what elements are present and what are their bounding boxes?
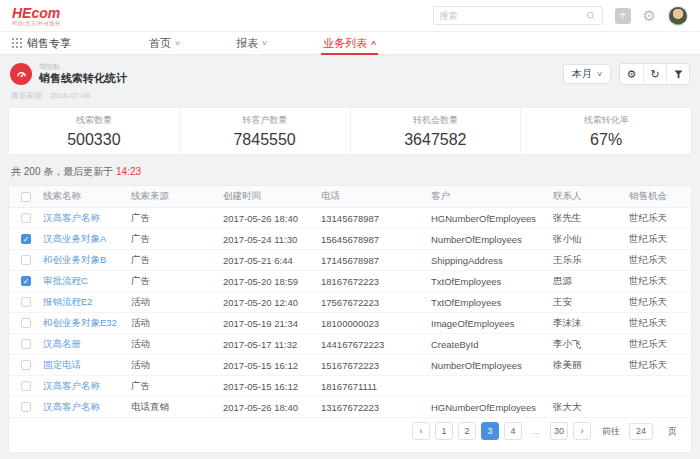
- page-button-1[interactable]: 1: [435, 422, 453, 440]
- lead-name-link[interactable]: 和创业务对象B: [43, 254, 131, 267]
- table-row[interactable]: 和创业务对象B广告2017-05-21 6:4417145678987Shipp…: [9, 250, 691, 271]
- kpi-value: 7845550: [233, 131, 295, 149]
- row-checkbox-cell: [9, 255, 43, 265]
- select-all-checkbox[interactable]: [21, 192, 31, 202]
- col-header-7: 销售机会: [629, 190, 691, 203]
- lead-name-link[interactable]: 审批流程C: [43, 275, 131, 288]
- search-icon: [586, 11, 596, 21]
- last-refresh-date: 2016-07-06: [50, 91, 91, 100]
- col-header-6: 联系人: [553, 190, 629, 203]
- leads-table: 线索名称线索来源创建时间电话客户联系人销售机会 汉高客户名称广告2017-05-…: [8, 185, 692, 453]
- table-row[interactable]: 汉高客户名称广告2017-05-15 16:1218167671111: [9, 376, 691, 397]
- lead-customer: NumberOfEmployees: [431, 234, 553, 245]
- lead-created-time: 2017-05-20 18:59: [223, 276, 321, 287]
- lead-phone: 18100000023: [321, 318, 431, 329]
- lead-name-link[interactable]: 汉高客户名称: [43, 212, 131, 225]
- table-row[interactable]: 报销流程E2活动2017-05-20 12:4017567672223TxtOf…: [9, 292, 691, 313]
- lead-opportunity: 世纪乐天: [629, 359, 691, 372]
- kpi-label: 转客户数量: [242, 114, 287, 127]
- table-row[interactable]: 和创业务对象E32活动2017-05-19 21:3418100000023Im…: [9, 313, 691, 334]
- app-switcher[interactable]: 销售专享: [12, 36, 71, 51]
- lead-opportunity: 世纪乐天: [629, 212, 691, 225]
- period-select[interactable]: 本月 ∨: [563, 64, 611, 84]
- row-checkbox[interactable]: [21, 255, 31, 265]
- kpi-cell-1: 线索数量500330: [9, 108, 179, 154]
- lead-name-link[interactable]: 汉高业务对象A: [43, 233, 131, 246]
- row-checkbox[interactable]: [21, 318, 31, 328]
- lead-opportunity: 世纪乐天: [629, 296, 691, 309]
- table-row[interactable]: 汉高名册活动2017-05-17 11:32144167672223Create…: [9, 334, 691, 355]
- global-search[interactable]: [433, 6, 603, 25]
- lead-phone: 15645678987: [321, 234, 431, 245]
- row-checkbox[interactable]: ✓: [21, 276, 31, 286]
- row-checkbox[interactable]: [21, 402, 31, 412]
- breadcrumb-category: 驾驶舱: [39, 63, 127, 71]
- row-checkbox-cell: [9, 339, 43, 349]
- page-button-30[interactable]: 30: [550, 422, 568, 440]
- page-next-button[interactable]: ›: [573, 422, 591, 440]
- lead-name-link[interactable]: 固定电话: [43, 359, 131, 372]
- page-button-2[interactable]: 2: [458, 422, 476, 440]
- lead-opportunity: 世纪乐天: [629, 317, 691, 330]
- nav-item-label: 报表: [236, 36, 258, 51]
- kpi-value: 3647582: [404, 131, 466, 149]
- row-checkbox[interactable]: [21, 297, 31, 307]
- row-checkbox-cell: ✓: [9, 234, 43, 244]
- lead-customer: ShippingAddress: [431, 255, 553, 266]
- row-checkbox[interactable]: [21, 213, 31, 223]
- lead-source: 广告: [131, 212, 223, 225]
- lead-name-link[interactable]: 报销流程E2: [43, 296, 131, 309]
- lead-source: 活动: [131, 296, 223, 309]
- lead-customer: ImageOfEmployees: [431, 318, 553, 329]
- lead-created-time: 2017-05-20 12:40: [223, 297, 321, 308]
- nav-item-label: 首页: [149, 36, 171, 51]
- lead-created-time: 2017-05-19 21:34: [223, 318, 321, 329]
- brand-logo[interactable]: HEcom 和创(北京)科技股份: [12, 6, 60, 26]
- lead-name-link[interactable]: 汉高客户名称: [43, 401, 131, 414]
- table-row[interactable]: 汉高客户名称电话直销2017-05-26 18:4013167672223HGN…: [9, 397, 691, 418]
- lead-source: 广告: [131, 275, 223, 288]
- nav-item-3[interactable]: 业务列表∧: [323, 32, 376, 55]
- row-checkbox[interactable]: [21, 381, 31, 391]
- lead-opportunity: 世纪乐天: [629, 233, 691, 246]
- lead-contact: 王安: [553, 296, 629, 309]
- nav-item-1[interactable]: 首页∨: [149, 32, 180, 55]
- row-checkbox[interactable]: [21, 360, 31, 370]
- table-header-row: 线索名称线索来源创建时间电话客户联系人销售机会: [9, 186, 691, 208]
- lead-created-time: 2017-05-17 11:32: [223, 339, 321, 350]
- page-button-4[interactable]: 4: [504, 422, 522, 440]
- add-new-icon[interactable]: +: [615, 8, 631, 24]
- lead-name-link[interactable]: 汉高客户名称: [43, 380, 131, 393]
- brand-logo-tagline: 和创(北京)科技股份: [12, 21, 60, 26]
- user-avatar[interactable]: [668, 6, 688, 26]
- page-content: 驾驶舱 销售线索转化统计 本月 ∨ ⚙ ↻ 最新刷新 2016-07-06 线索…: [0, 55, 700, 453]
- lead-created-time: 2017-05-26 18:40: [223, 213, 321, 224]
- table-row[interactable]: ✓汉高业务对象A广告2017-05-24 11:3015645678987Num…: [9, 229, 691, 250]
- table-row[interactable]: 固定电话活动2017-05-15 16:1215167672223NumberO…: [9, 355, 691, 376]
- lead-name-link[interactable]: 汉高名册: [43, 338, 131, 351]
- lead-phone: 13167672223: [321, 402, 431, 413]
- lead-created-time: 2017-05-15 16:12: [223, 381, 321, 392]
- goto-page-label: 前往: [602, 425, 620, 438]
- lead-name-link[interactable]: 和创业务对象E32: [43, 317, 131, 330]
- search-input[interactable]: [440, 11, 586, 21]
- kpi-label: 线索数量: [76, 114, 112, 127]
- page-button-3[interactable]: 3: [481, 422, 499, 440]
- page-prev-button[interactable]: ‹: [412, 422, 430, 440]
- nav-item-2[interactable]: 报表∨: [236, 32, 267, 55]
- table-row[interactable]: 汉高客户名称广告2017-05-26 18:4013145678987HGNum…: [9, 208, 691, 229]
- goto-page-input[interactable]: [629, 423, 653, 440]
- table-row[interactable]: ✓审批流程C广告2017-05-20 18:5918167672223TxtOf…: [9, 271, 691, 292]
- lead-opportunity: 世纪乐天: [629, 338, 691, 351]
- row-checkbox[interactable]: [21, 339, 31, 349]
- configure-gear-icon[interactable]: ⚙: [620, 64, 643, 84]
- settings-gear-icon[interactable]: ⚙: [643, 8, 656, 23]
- refresh-icon[interactable]: ↻: [643, 64, 666, 84]
- row-checkbox[interactable]: ✓: [21, 234, 31, 244]
- chevron-down-icon: ∨: [596, 70, 603, 78]
- filter-icon[interactable]: [666, 64, 689, 84]
- lead-created-time: 2017-05-26 18:40: [223, 402, 321, 413]
- page-ellipsis: …: [527, 422, 545, 440]
- lead-contact: 李沫沫: [553, 317, 629, 330]
- row-checkbox-cell: [9, 402, 43, 412]
